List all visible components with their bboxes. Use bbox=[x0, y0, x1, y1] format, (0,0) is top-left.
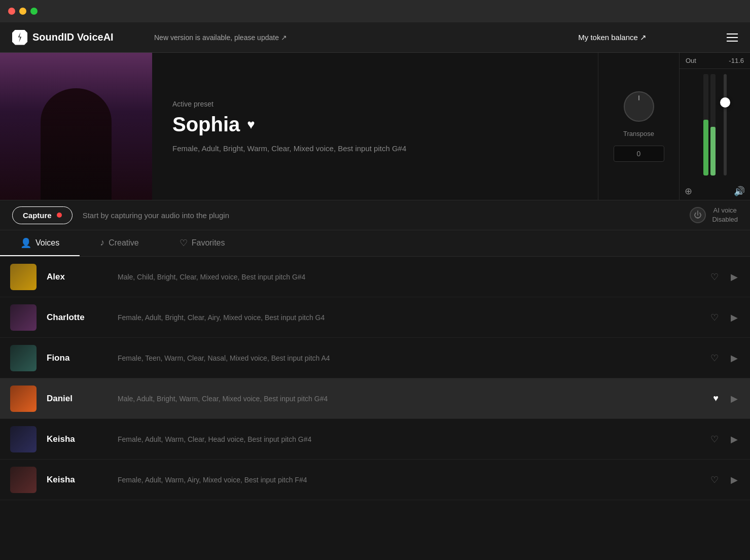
fader-track[interactable] bbox=[724, 74, 727, 176]
voice-name: Fiona bbox=[47, 353, 118, 363]
voice-tags: Male, Child, Bright, Clear, Mixed voice,… bbox=[118, 273, 708, 281]
favorite-button[interactable]: ♡ bbox=[708, 310, 721, 325]
voice-name: Alex bbox=[47, 272, 118, 282]
favorites-tab-icon: ♡ bbox=[180, 237, 188, 249]
favorite-icon[interactable]: ♥ bbox=[247, 117, 255, 132]
favorite-button[interactable]: ♡ bbox=[708, 432, 721, 447]
voice-avatar bbox=[10, 264, 37, 290]
voice-tags: Female, Adult, Bright, Clear, Airy, Mixe… bbox=[118, 313, 708, 322]
titlebar bbox=[0, 0, 750, 22]
voice-tags: Female, Adult, Warm, Airy, Mixed voice, … bbox=[118, 476, 708, 484]
capture-bar: Capture Start by capturing your audio in… bbox=[0, 200, 750, 230]
artist-silhouette bbox=[0, 53, 152, 200]
voice-actions: ♡▶ bbox=[708, 310, 740, 325]
voice-list: AlexMale, Child, Bright, Clear, Mixed vo… bbox=[0, 257, 750, 560]
voice-avatar bbox=[10, 386, 37, 412]
top-area: Active preset Sophia ♥ Female, Adult, Br… bbox=[0, 53, 750, 200]
power-button[interactable]: ⏻ bbox=[690, 207, 706, 223]
main-content: Active preset Sophia ♥ Female, Adult, Br… bbox=[0, 53, 750, 560]
voice-row[interactable]: KeishaFemale, Adult, Warm, Clear, Head v… bbox=[0, 419, 750, 460]
transpose-knob[interactable] bbox=[624, 91, 654, 122]
preset-info: Active preset Sophia ♥ Female, Adult, Br… bbox=[152, 53, 598, 200]
preset-name: Sophia ♥ bbox=[172, 113, 578, 136]
transpose-section: Transpose 0 bbox=[598, 53, 679, 200]
capture-dot bbox=[57, 213, 62, 218]
meter-out-value: -11.6 bbox=[729, 57, 744, 64]
play-button[interactable]: ▶ bbox=[729, 472, 740, 487]
voice-tags: Male, Adult, Bright, Warm, Clear, Mixed … bbox=[118, 395, 711, 403]
tab-favorites[interactable]: ♡ Favorites bbox=[159, 230, 245, 256]
voice-avatar bbox=[10, 426, 37, 452]
maximize-button[interactable] bbox=[30, 8, 38, 15]
header: SoundID VoiceAI New version is available… bbox=[0, 22, 750, 53]
content-wrapper: Active preset Sophia ♥ Female, Adult, Br… bbox=[0, 53, 750, 560]
app-logo: SoundID VoiceAI bbox=[12, 30, 154, 45]
voice-name: Keisha bbox=[47, 475, 118, 485]
voice-avatar bbox=[10, 345, 37, 371]
meter-out-label: Out bbox=[686, 57, 696, 64]
voice-actions: ♡▶ bbox=[708, 269, 740, 285]
ai-voice-text: AI voice Disabled bbox=[712, 206, 738, 224]
meter-section: Out -11.6 bbox=[679, 53, 750, 202]
link-icon[interactable]: ⊕ bbox=[685, 186, 692, 197]
voice-row[interactable]: KeishaFemale, Adult, Warm, Airy, Mixed v… bbox=[0, 460, 750, 500]
artist-image bbox=[0, 53, 152, 200]
ai-voice-section: ⏻ AI voice Disabled bbox=[690, 206, 738, 224]
favorite-button[interactable]: ♡ bbox=[708, 269, 721, 285]
play-button[interactable]: ▶ bbox=[729, 351, 740, 366]
vu-bar-right bbox=[710, 74, 716, 176]
voice-avatar bbox=[10, 304, 37, 331]
favorite-button[interactable]: ♡ bbox=[708, 351, 721, 366]
speaker-icon[interactable]: 🔊 bbox=[734, 186, 745, 197]
voice-tags: Female, Adult, Warm, Clear, Head voice, … bbox=[118, 435, 708, 443]
transpose-label: Transpose bbox=[623, 130, 654, 137]
logo-icon bbox=[12, 30, 27, 45]
voice-row[interactable]: DanielMale, Adult, Bright, Warm, Clear, … bbox=[0, 378, 750, 419]
voice-avatar bbox=[10, 467, 37, 493]
token-balance[interactable]: My token balance ↗ bbox=[578, 33, 647, 42]
app-title: SoundID VoiceAI bbox=[32, 31, 114, 43]
tabs-bar: 👤 Voices ♪ Creative ♡ Favorites bbox=[0, 230, 750, 257]
play-button[interactable]: ▶ bbox=[729, 391, 740, 406]
voice-name: Daniel bbox=[47, 394, 118, 404]
voice-actions: ♡▶ bbox=[708, 432, 740, 447]
vu-bar-left bbox=[703, 74, 708, 176]
meter-footer: ⊕ 🔊 bbox=[680, 181, 750, 202]
menu-button[interactable] bbox=[727, 33, 738, 42]
voices-tab-icon: 👤 bbox=[20, 237, 31, 249]
meter-panel: Out -11.6 bbox=[679, 53, 750, 200]
tab-creative[interactable]: ♪ Creative bbox=[80, 230, 159, 256]
voice-row[interactable]: AlexMale, Child, Bright, Clear, Mixed vo… bbox=[0, 257, 750, 297]
tab-voices[interactable]: 👤 Voices bbox=[0, 230, 80, 256]
bolt-icon bbox=[16, 32, 24, 43]
close-button[interactable] bbox=[8, 8, 15, 15]
capture-button[interactable]: Capture bbox=[12, 206, 73, 224]
meter-body bbox=[680, 69, 750, 181]
voice-name: Charlotte bbox=[47, 312, 118, 323]
voice-name: Keisha bbox=[47, 434, 118, 444]
vu-meter bbox=[703, 74, 716, 176]
voice-row[interactable]: CharlotteFemale, Adult, Bright, Clear, A… bbox=[0, 297, 750, 338]
favorite-button[interactable]: ♥ bbox=[711, 391, 721, 406]
capture-hint: Start by capturing your audio into the p… bbox=[83, 211, 690, 220]
header-right bbox=[657, 33, 738, 42]
update-notice[interactable]: New version is available, please update … bbox=[154, 33, 578, 42]
voice-actions: ♡▶ bbox=[708, 351, 740, 366]
favorite-button[interactable]: ♡ bbox=[708, 472, 721, 487]
play-button[interactable]: ▶ bbox=[729, 269, 740, 285]
voice-row[interactable]: FionaFemale, Teen, Warm, Clear, Nasal, M… bbox=[0, 338, 750, 378]
voice-actions: ♡▶ bbox=[708, 472, 740, 487]
meter-header: Out -11.6 bbox=[680, 53, 750, 69]
transpose-value[interactable]: 0 bbox=[614, 146, 664, 162]
fader-thumb[interactable] bbox=[720, 97, 730, 108]
play-button[interactable]: ▶ bbox=[729, 310, 740, 325]
minimize-button[interactable] bbox=[19, 8, 26, 15]
preset-tags: Female, Adult, Bright, Warm, Clear, Mixe… bbox=[172, 144, 578, 153]
active-preset-label: Active preset bbox=[172, 100, 578, 108]
creative-tab-icon: ♪ bbox=[100, 237, 104, 248]
play-button[interactable]: ▶ bbox=[729, 432, 740, 447]
voice-tags: Female, Teen, Warm, Clear, Nasal, Mixed … bbox=[118, 354, 708, 362]
voice-actions: ♥▶ bbox=[711, 391, 740, 406]
